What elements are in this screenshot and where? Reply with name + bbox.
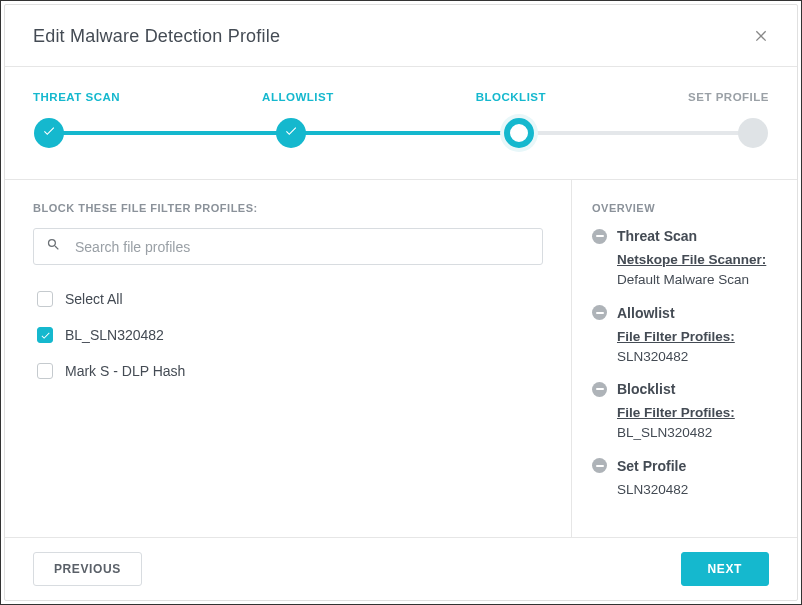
profile-list: Select All BL_SLN320482 Mark S - DLP Has… — [33, 281, 543, 389]
minus-circle-icon — [592, 305, 607, 320]
checkbox-bl-sln320482[interactable] — [37, 327, 53, 343]
overview-sub-label: File Filter Profiles: — [617, 329, 735, 344]
close-button[interactable] — [749, 23, 773, 50]
check-icon — [284, 124, 298, 142]
modal-inner: Edit Malware Detection Profile THREAT SC… — [4, 4, 798, 601]
search-box[interactable] — [33, 228, 543, 265]
search-input[interactable] — [75, 239, 530, 255]
step-node-blocklist[interactable] — [504, 118, 534, 148]
blocklist-heading: BLOCK THESE FILE FILTER PROFILES: — [33, 202, 543, 214]
modal: Edit Malware Detection Profile THREAT SC… — [0, 0, 802, 605]
step-label-set-profile[interactable]: SET PROFILE — [688, 91, 769, 103]
overview-title: Set Profile — [617, 458, 686, 474]
checkbox-marks-dlp[interactable] — [37, 363, 53, 379]
blocklist-pane: BLOCK THESE FILE FILTER PROFILES: Select… — [5, 180, 572, 537]
modal-body: BLOCK THESE FILE FILTER PROFILES: Select… — [5, 180, 797, 537]
overview-item-threat-scan: Threat Scan Netskope File Scanner: Defau… — [592, 228, 775, 291]
close-icon — [753, 31, 769, 46]
overview-sub-label: File Filter Profiles: — [617, 405, 735, 420]
stepper-track — [33, 117, 769, 149]
stepper-labels: THREAT SCAN ALLOWLIST BLOCKLIST SET PROF… — [33, 91, 769, 103]
next-button[interactable]: NEXT — [681, 552, 769, 586]
profile-item-select-all[interactable]: Select All — [33, 281, 543, 317]
minus-circle-icon — [592, 382, 607, 397]
overview-sub-value: Default Malware Scan — [617, 272, 749, 287]
overview-title: Allowlist — [617, 305, 675, 321]
modal-header: Edit Malware Detection Profile — [5, 5, 797, 67]
overview-sub-label: Netskope File Scanner: — [617, 252, 766, 267]
step-label-allowlist[interactable]: ALLOWLIST — [262, 91, 334, 103]
checkbox-select-all[interactable] — [37, 291, 53, 307]
overview-title: Threat Scan — [617, 228, 697, 244]
profile-label: BL_SLN320482 — [65, 327, 164, 343]
profile-item-marks-dlp[interactable]: Mark S - DLP Hash — [33, 353, 543, 389]
check-icon — [42, 124, 56, 142]
modal-title: Edit Malware Detection Profile — [33, 26, 280, 47]
profile-label: Mark S - DLP Hash — [65, 363, 185, 379]
step-node-set-profile[interactable] — [738, 118, 768, 148]
modal-footer: PREVIOUS NEXT — [5, 537, 797, 600]
overview-sub-value: SLN320482 — [617, 482, 688, 497]
overview-item-blocklist: Blocklist File Filter Profiles: BL_SLN32… — [592, 381, 775, 444]
profile-item-bl-sln320482[interactable]: BL_SLN320482 — [33, 317, 543, 353]
previous-button[interactable]: PREVIOUS — [33, 552, 142, 586]
overview-heading: OVERVIEW — [592, 202, 775, 214]
step-node-threat-scan[interactable] — [34, 118, 64, 148]
overview-pane: OVERVIEW Threat Scan Netskope File Scann… — [572, 180, 797, 537]
minus-circle-icon — [592, 229, 607, 244]
overview-item-set-profile: Set Profile SLN320482 — [592, 458, 775, 500]
profile-label: Select All — [65, 291, 123, 307]
step-label-threat-scan[interactable]: THREAT SCAN — [33, 91, 120, 103]
step-label-blocklist[interactable]: BLOCKLIST — [476, 91, 546, 103]
overview-sub-value: SLN320482 — [617, 349, 688, 364]
overview-title: Blocklist — [617, 381, 675, 397]
minus-circle-icon — [592, 458, 607, 473]
search-icon — [46, 237, 75, 256]
step-node-allowlist[interactable] — [276, 118, 306, 148]
stepper: THREAT SCAN ALLOWLIST BLOCKLIST SET PROF… — [5, 67, 797, 180]
overview-item-allowlist: Allowlist File Filter Profiles: SLN32048… — [592, 305, 775, 368]
overview-sub-value: BL_SLN320482 — [617, 425, 712, 440]
